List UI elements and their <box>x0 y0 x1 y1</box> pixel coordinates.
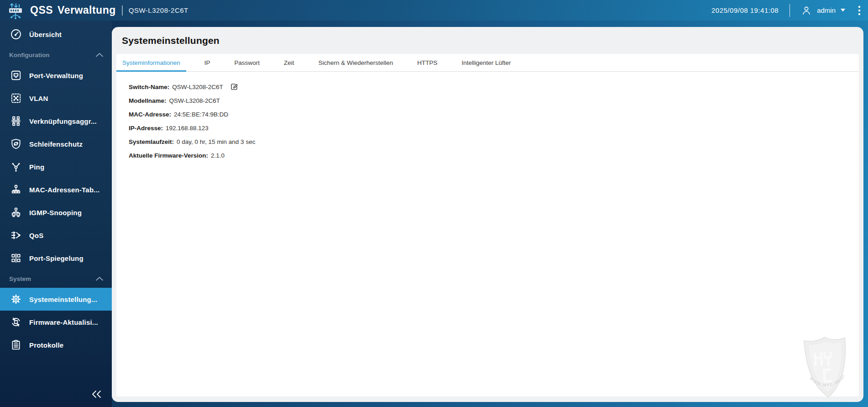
user-icon <box>801 5 812 16</box>
sidebar-item-uebersicht[interactable]: Übersicht <box>0 23 112 46</box>
firmware-update-icon <box>10 316 22 328</box>
content-panel: SysteminformationenIPPasswortZeitSichern… <box>116 54 859 396</box>
sidebar-item-port-spiegelung[interactable]: Port-Spiegelung <box>0 247 112 270</box>
field-label: Modellname: <box>129 97 167 104</box>
sidebar-section-label: Konfiguration <box>9 52 49 58</box>
tab-systeminformationen[interactable]: Systeminformationen <box>116 54 186 71</box>
sidebar-item-protokolle[interactable]: Protokolle <box>0 333 112 356</box>
layout: ÜbersichtKonfigurationPort-VerwaltungVLA… <box>0 21 868 407</box>
kebab-menu-icon[interactable] <box>858 5 861 16</box>
caret-down-icon[interactable] <box>841 9 845 12</box>
app-name: QSS <box>30 4 53 16</box>
datetime: 2025/09/08 19:41:08 <box>711 6 779 14</box>
tab-https[interactable]: HTTPS <box>411 54 443 71</box>
sidebar-section-konfiguration: Konfiguration <box>0 46 112 64</box>
qnap-switch-logo-icon <box>6 2 25 20</box>
field-value: 24:5E:BE:74:9B:DD <box>174 111 228 118</box>
loop-shield-icon <box>10 138 22 150</box>
topbar-divider <box>790 4 790 17</box>
sidebar-item-label: Schleifenschutz <box>29 140 83 148</box>
field-label: IP-Adresse: <box>129 125 163 132</box>
sidebar-section-label: System <box>9 275 31 282</box>
field-row-modellname: Modellname:QSW-L3208-2C6T <box>129 94 859 107</box>
logs-icon <box>10 339 22 351</box>
sidebar-section-system: System <box>0 270 112 288</box>
sidebar-item-port-verwaltung[interactable]: Port-Verwaltung <box>0 64 112 87</box>
sidebar-item-label: VLAN <box>29 95 48 102</box>
brand-divider <box>122 5 123 16</box>
mac-table-icon <box>10 184 22 196</box>
field-row-switch-name: Switch-Name:QSW-L3208-2C6T <box>129 80 859 94</box>
port-mirror-icon <box>10 252 22 264</box>
sidebar-item-label: Port-Spiegelung <box>29 254 84 262</box>
edit-icon[interactable] <box>230 83 238 91</box>
collapse-left-icon[interactable] <box>91 390 102 401</box>
topbar-right: 2025/09/08 19:41:08 admin <box>711 4 862 17</box>
vlan-icon <box>10 92 22 104</box>
ping-icon <box>10 161 22 173</box>
sidebar-item-label: Übersicht <box>29 31 62 38</box>
app-title-suffix: Verwaltung <box>58 4 116 16</box>
sidebar-item-schleifenschutz[interactable]: Schleifenschutz <box>0 132 112 155</box>
brand: QSS Verwaltung QSW-L3208-2C6T <box>6 1 188 20</box>
field-value: 192.168.88.123 <box>166 125 209 132</box>
qos-icon <box>10 229 22 241</box>
sidebar: ÜbersichtKonfigurationPort-VerwaltungVLA… <box>0 21 112 407</box>
sidebar-item-label: Port-Verwaltung <box>29 72 83 79</box>
gauge-icon <box>10 28 22 40</box>
field-value: QSW-L3208-2C6T <box>169 97 220 104</box>
sidebar-item-verknuepfungsaggregation[interactable]: Verknüpfungsaggr... <box>0 110 112 132</box>
field-label: Switch-Name: <box>129 84 169 90</box>
field-label: Systemlaufzeit: <box>129 138 174 145</box>
field-row-ip-adresse: IP-Adresse:192.168.88.123 <box>129 121 859 135</box>
tab-bar: SysteminformationenIPPasswortZeitSichern… <box>116 54 859 72</box>
field-row-firmware-version: Aktuelle Firmware-Version:2.1.0 <box>129 148 859 162</box>
field-row-mac-adresse: MAC-Adresse:24:5E:BE:74:9B:DD <box>129 107 859 121</box>
sidebar-item-label: Ping <box>29 163 44 171</box>
tab-sichern-wiederherstellen[interactable]: Sichern & Wiederherstellen <box>313 54 399 71</box>
sidebar-item-systemeinstellungen[interactable]: Systemeinstellung... <box>0 288 112 311</box>
sidebar-item-label: MAC-Adressen-Tab... <box>29 186 99 194</box>
sidebar-item-label: Systemeinstellung... <box>29 296 97 303</box>
sidebar-item-mac-adressen-tabelle[interactable]: MAC-Adressen-Tab... <box>0 178 112 201</box>
sidebar-item-vlan[interactable]: VLAN <box>0 87 112 110</box>
tab-zeit[interactable]: Zeit <box>278 54 300 71</box>
tab-ip[interactable]: IP <box>199 54 216 71</box>
page-title: Systemeinstellungen <box>112 27 863 54</box>
field-value: QSW-L3208-2C6T <box>172 84 223 90</box>
tab-intelligenter-luefter[interactable]: Intelligenter Lüfter <box>455 54 517 71</box>
field-value: 0 day, 0 hr, 15 min and 3 sec <box>177 138 255 145</box>
tab-passwort[interactable]: Passwort <box>229 54 266 71</box>
system-info-content: Switch-Name:QSW-L3208-2C6TModellname:QSW… <box>116 72 859 162</box>
topbar: QSS Verwaltung QSW-L3208-2C6T 2025/09/08… <box>0 0 868 21</box>
device-model: QSW-L3208-2C6T <box>129 6 188 14</box>
sidebar-item-label: Firmware-Aktualisi... <box>29 318 98 326</box>
sidebar-item-qos[interactable]: QoS <box>0 224 112 247</box>
igmp-icon <box>10 206 22 218</box>
chevron-up-icon[interactable] <box>95 52 104 58</box>
sidebar-item-firmware-aktualisierung[interactable]: Firmware-Aktualisi... <box>0 311 112 333</box>
chevron-up-icon[interactable] <box>95 275 104 282</box>
field-label: MAC-Adresse: <box>129 111 171 118</box>
user-name[interactable]: admin <box>817 6 836 14</box>
field-row-systemlaufzeit: Systemlaufzeit:0 day, 0 hr, 15 min and 3… <box>129 135 859 148</box>
field-label: Aktuelle Firmware-Version: <box>129 152 208 159</box>
port-icon <box>10 69 22 81</box>
main-card: Systemeinstellungen SysteminformationenI… <box>112 27 863 402</box>
gear-icon <box>10 293 22 305</box>
sidebar-item-label: Protokolle <box>29 341 63 349</box>
sidebar-item-label: QoS <box>29 232 43 239</box>
sidebar-item-label: Verknüpfungsaggr... <box>29 117 97 125</box>
link-aggregation-icon <box>10 115 22 127</box>
sidebar-item-label: IGMP-Snooping <box>29 209 82 217</box>
sidebar-item-igmp-snooping[interactable]: IGMP-Snooping <box>0 201 112 224</box>
field-value: 2.1.0 <box>211 152 225 159</box>
sidebar-item-ping[interactable]: Ping <box>0 155 112 178</box>
